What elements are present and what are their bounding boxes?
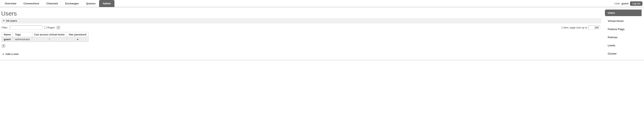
page-size-input[interactable] [588,25,600,30]
tab-channels[interactable]: Channels [43,0,62,7]
user-box: User guest Log out [614,0,642,7]
section-all-users-toggle[interactable]: All users [1,18,601,23]
filter-row: Filter: Regex ? 1 item, page size up to [1,25,601,32]
filter-label: Filter: [2,26,8,29]
tab-queues[interactable]: Queues [82,0,99,7]
user-link[interactable]: guest [4,38,11,41]
sidebar-item-cluster[interactable]: Cluster [605,50,642,57]
chevron-right-icon [3,53,4,55]
col-vhosts: Can access virtual hosts [32,32,66,37]
username: guest [622,2,628,5]
tab-overview[interactable]: Overview [1,0,20,7]
sidebar-item-limits[interactable]: Limits [605,42,642,49]
regex-help-button[interactable]: ? [56,26,60,29]
sidebar-item-users[interactable]: Users [605,9,642,16]
sidebar: Users Virtual Hosts Feature Flags Polici… [605,7,644,58]
regex-checkbox[interactable] [44,26,47,29]
col-name[interactable]: Name [2,32,13,37]
section-all-users-label: All users [6,19,17,22]
content-area: Users All users Filter: Regex ? 1 item, … [0,7,601,57]
section-add-user-toggle[interactable]: Add a user [1,51,601,57]
tab-connections[interactable]: Connections [20,0,43,7]
chevron-down-icon [3,20,5,21]
col-password: Has password [67,32,88,37]
table-row: guest administrator / ● [2,37,88,42]
page-title: Users [1,10,601,17]
regex-label: Regex [48,26,55,29]
tab-admin[interactable]: Admin [99,0,114,7]
top-nav: Overview Connections Channels Exchanges … [0,0,644,7]
cell-tags: administrator [13,37,32,42]
logout-button[interactable]: Log out [630,1,642,6]
users-table: Name Tags Can access virtual hosts Has p… [2,32,88,42]
cell-vhosts: / [32,37,66,42]
sidebar-item-feature-flags[interactable]: Feature Flags [605,26,642,32]
table-help-button[interactable]: ? [2,44,6,48]
cell-password: ● [67,37,88,42]
user-prefix: User [614,2,620,5]
sidebar-item-policies[interactable]: Policies [605,34,642,41]
item-count-text: 1 item, page size up to [561,26,588,29]
col-tags[interactable]: Tags [13,32,32,37]
filter-input[interactable] [10,25,42,30]
sidebar-item-virtual-hosts[interactable]: Virtual Hosts [605,18,642,24]
section-add-user-label: Add a user [6,53,19,56]
table-header-row: Name Tags Can access virtual hosts Has p… [2,32,88,37]
tab-bar: Overview Connections Channels Exchanges … [1,0,114,7]
tab-exchanges[interactable]: Exchanges [62,0,82,7]
